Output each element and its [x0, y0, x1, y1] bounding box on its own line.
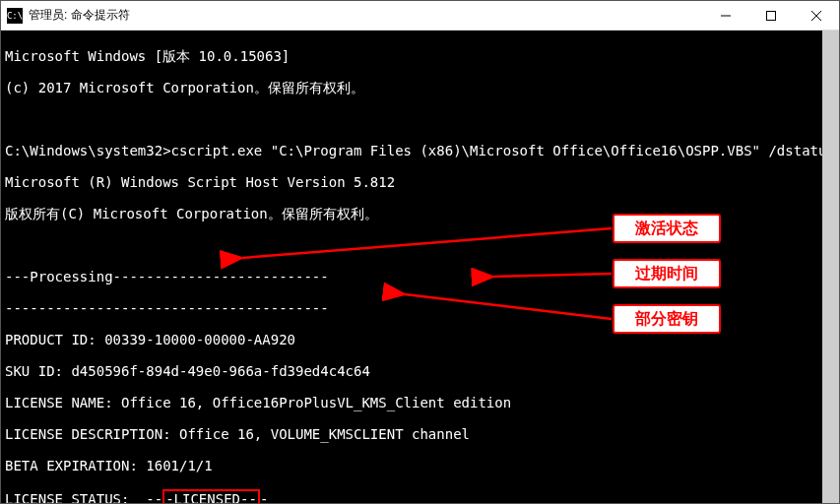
cmd-window: C:\ 管理员: 命令提示符 Microsoft Windows [版本 10.…: [0, 0, 840, 504]
svg-rect-1: [767, 11, 776, 20]
callout-partial-key: 部分密钥: [613, 304, 721, 334]
callout-activation-status: 激活状态: [613, 214, 721, 243]
callout-expiry-time: 过期时间: [613, 259, 721, 288]
minimize-button[interactable]: [703, 1, 748, 30]
output-line: LICENSE DESCRIPTION: Office 16, VOLUME_K…: [5, 426, 835, 442]
text: -: [260, 491, 268, 503]
output-line: (c) 2017 Microsoft Corporation。保留所有权利。: [5, 80, 835, 95]
vertical-scrollbar[interactable]: [822, 31, 839, 503]
close-button[interactable]: [794, 1, 839, 30]
output-line: Microsoft (R) Windows Script Host Versio…: [5, 174, 835, 190]
maximize-button[interactable]: [748, 1, 794, 30]
license-status-label: LICENSE STATUS: --: [5, 491, 162, 503]
window-title: 管理员: 命令提示符: [29, 7, 703, 24]
output-line: LICENSE NAME: Office 16, Office16ProPlus…: [5, 395, 835, 410]
output-line: SKU ID: d450596f-894d-49e0-966a-fd39ed4c…: [5, 363, 835, 379]
output-line: BETA EXPIRATION: 1601/1/1: [5, 458, 835, 473]
output-line: [5, 111, 835, 127]
output-line: PRODUCT ID: 00339-10000-00000-AA920: [5, 332, 835, 347]
titlebar[interactable]: C:\ 管理员: 命令提示符: [1, 1, 839, 31]
window-buttons: [703, 1, 839, 30]
output-line: LICENSE STATUS: ---LICENSED---: [5, 489, 835, 503]
output-line: Microsoft Windows [版本 10.0.15063]: [5, 48, 835, 64]
output-line: C:\Windows\system32>cscript.exe "C:\Prog…: [5, 143, 835, 158]
license-status-value: -LICENSED--: [162, 489, 260, 503]
cmd-icon: C:\: [7, 8, 23, 24]
scrollbar-thumb[interactable]: [822, 31, 839, 503]
